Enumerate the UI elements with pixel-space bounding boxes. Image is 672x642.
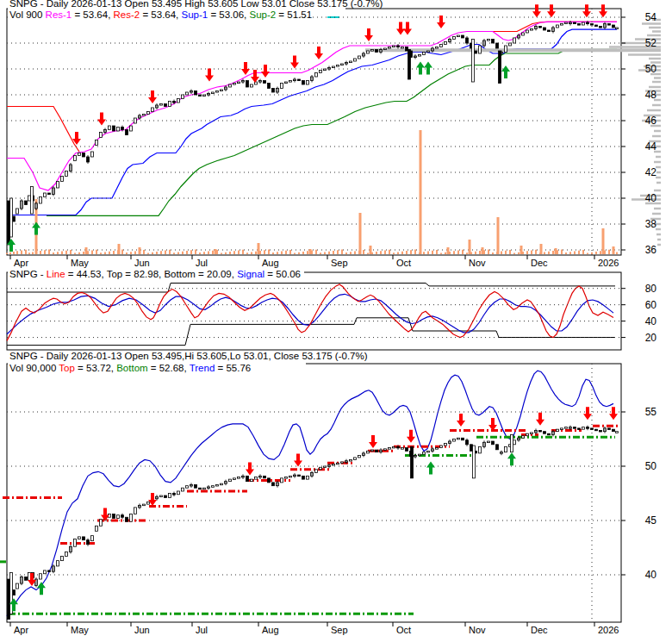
y-axis-label: 60 (645, 299, 657, 311)
y-axis-label: 48 (645, 89, 657, 101)
stock-charts-canvas: 54525048464442403836AprMayJunJulAugSepOc… (0, 0, 672, 642)
wide-range-bar (472, 40, 475, 83)
month-label: Nov (469, 625, 486, 635)
sell-arrow (314, 47, 323, 59)
charting-app-window: 54525048464442403836AprMayJunJulAugSepOc… (0, 0, 672, 642)
month-label: Oct (396, 258, 411, 268)
y-axis-label: 52 (645, 37, 657, 49)
bottom-segments (0, 437, 615, 614)
month-label: Aug (262, 625, 279, 635)
sell-arrow (251, 70, 259, 83)
volume-bars (6, 130, 618, 254)
wide-range-bar (511, 434, 513, 452)
sell-arrow (294, 454, 302, 467)
svg-text:Vol 90,000 Top = 53.72, Bottom: Vol 90,000 Top = 53.72, Bottom = 52.68, … (9, 363, 251, 373)
sell-arrow (609, 407, 618, 420)
y-axis-label: 44 (645, 140, 657, 153)
wide-range-bar (8, 201, 10, 245)
month-label: Sep (331, 625, 348, 635)
buy-arrow (424, 62, 432, 75)
y-axis-label: 50 (645, 460, 657, 472)
oscillator-panel (7, 272, 621, 350)
price-candles (8, 426, 619, 620)
buy-arrow (501, 65, 510, 78)
sell-arrow (532, 4, 541, 17)
buy-arrow (416, 62, 425, 75)
sell-arrow (364, 28, 373, 41)
signal-arrows (7, 4, 607, 252)
wide-range-bar (408, 50, 411, 80)
panel-border (7, 272, 621, 350)
month-label: Oct (396, 625, 411, 635)
wide-range-bar (31, 187, 34, 215)
y-axis-label: 45 (645, 514, 657, 527)
y-axis-label: 55 (645, 406, 657, 418)
daily-secondary-title: SNPG - Daily 2026-01-13 Open 53.495,Hi 5… (8, 351, 490, 362)
signal-line (7, 294, 613, 334)
sell-arrow (403, 22, 412, 35)
month-label: Dec (531, 625, 548, 635)
line-series (7, 284, 613, 340)
sup2-line (47, 49, 617, 215)
sell-arrow (396, 22, 405, 35)
daily-secondary-legend: Vol 90,000 Top = 53.72, Bottom = 52.68, … (8, 363, 306, 374)
month-label: Nov (469, 258, 486, 268)
y-axis-label: 20 (645, 332, 657, 344)
daily-main-legend: Vol 900 Res-1 = 53.64, Res-2 = 53.64, Su… (8, 9, 312, 21)
svg-text:SNPG - Line = 44.53, Top = 82.: SNPG - Line = 44.53, Top = 82.98, Bottom… (9, 269, 301, 279)
wide-range-bar (473, 446, 476, 478)
y-axis-label: 36 (645, 244, 657, 256)
res1-line (7, 22, 617, 190)
sell-arrow (599, 4, 607, 17)
month-label: May (71, 625, 89, 635)
sell-arrow (97, 113, 106, 126)
sell-arrow (407, 430, 415, 443)
y-axis: 55504540 (621, 406, 656, 581)
month-label: Apr (14, 625, 28, 635)
y-axis-label: 50 (645, 63, 657, 75)
wide-range-bar (8, 579, 10, 620)
y-axis-label: 40 (645, 192, 657, 204)
month-label: 2026 (598, 258, 619, 268)
grid (7, 289, 621, 338)
y-axis-label: 40 (645, 315, 657, 327)
y-axis-label: 40 (645, 569, 657, 581)
sell-arrow (536, 413, 544, 426)
month-label: Jun (134, 258, 150, 268)
svg-text:SNPG - Daily 2026-01-13 Open 5: SNPG - Daily 2026-01-13 Open 53.495,Hi 5… (9, 351, 368, 361)
grid (7, 9, 621, 255)
month-label: Jun (134, 625, 150, 635)
top-step-line (7, 284, 615, 293)
month-label: May (71, 258, 89, 268)
wide-range-bar (499, 51, 501, 84)
month-label: Jul (196, 625, 208, 635)
y-axis-label: 80 (645, 283, 657, 295)
price-candles (8, 21, 619, 245)
x-axis: AprMayJunJulAugSepOctNovDec2026 (10, 255, 619, 268)
grid (7, 364, 621, 622)
wide-range-bar (10, 198, 13, 237)
month-label: Apr (14, 258, 28, 268)
y-axis-label: 54 (645, 11, 657, 23)
svg-text:Vol 900 Res-1 = 53.64, Res-2 =: Vol 900 Res-1 = 53.64, Res-2 = 53.64, Su… (9, 9, 312, 20)
trend-line (7, 371, 613, 616)
sell-arrow (148, 90, 157, 103)
sell-arrow (582, 4, 591, 17)
panel-border (7, 364, 621, 622)
y-axis-label: 46 (645, 115, 657, 127)
sell-arrow (290, 56, 299, 69)
oscillator-legend: SNPG - Line = 44.53, Top = 82.98, Bottom… (8, 269, 304, 280)
month-label: Aug (262, 258, 279, 268)
sell-arrow (246, 463, 254, 476)
month-label: Dec (531, 258, 548, 268)
x-axis: AprMayJunJulAugSepOctNovDec2026 (10, 622, 619, 635)
sell-arrow (583, 407, 592, 420)
svg-text:SNPG - Daily 2026-01-13 Open 5: SNPG - Daily 2026-01-13 Open 53.495 High… (9, 0, 383, 9)
sup1-line (7, 29, 617, 215)
daily-secondary-panel (7, 364, 621, 622)
sell-arrow (488, 418, 497, 431)
y-axis-label: 42 (645, 166, 657, 178)
daily-main-title: SNPG - Daily 2026-01-13 Open 53.495 High… (8, 0, 383, 9)
month-label: Sep (331, 258, 348, 268)
panel-border (7, 9, 621, 255)
